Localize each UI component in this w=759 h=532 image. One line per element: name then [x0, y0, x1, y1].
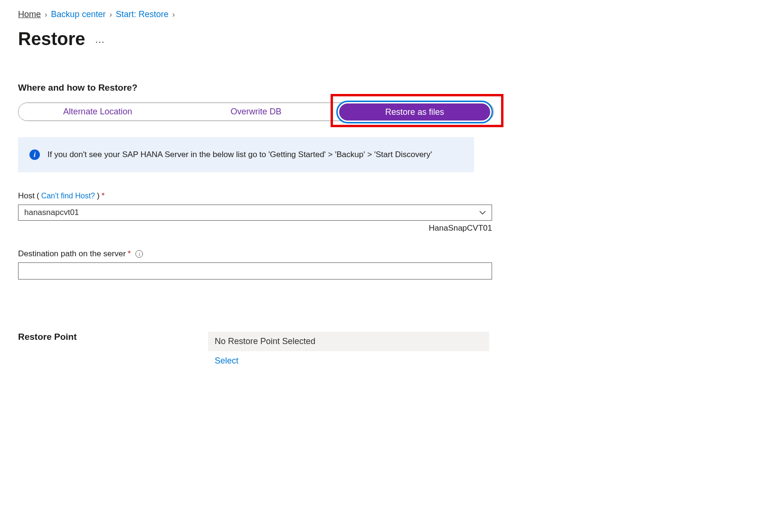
restore-point-value-wrap: No Restore Point Selected Select: [208, 332, 489, 366]
host-select-value: hanasnapcvt01: [24, 208, 79, 217]
breadcrumb-backup-center[interactable]: Backup center: [51, 9, 105, 19]
restore-point-section: Restore Point No Restore Point Selected …: [18, 332, 741, 366]
restore-point-select-link[interactable]: Select: [208, 356, 238, 366]
page-title-row: Restore ⋯: [18, 29, 741, 49]
required-asterisk: *: [102, 191, 105, 201]
info-circle-icon[interactable]: i: [135, 250, 143, 258]
host-paren-close: ): [97, 191, 100, 201]
breadcrumb: Home › Backup center › Start: Restore ›: [18, 9, 741, 19]
page-title: Restore: [18, 29, 85, 49]
host-select[interactable]: hanasnapcvt01: [18, 205, 492, 221]
destination-path-field-group: Destination path on the server * i: [18, 249, 492, 280]
section-heading: Where and how to Restore?: [18, 83, 741, 93]
chevron-down-icon: [479, 209, 486, 216]
segment-overwrite-db[interactable]: Overwrite DB: [177, 103, 335, 121]
chevron-right-icon: ›: [109, 10, 112, 19]
host-field-group: Host (Can't find Host?) * hanasnapcvt01 …: [18, 191, 492, 233]
more-icon[interactable]: ⋯: [95, 31, 105, 47]
destination-path-label: Destination path on the server * i: [18, 249, 492, 259]
restore-point-label: Restore Point: [18, 332, 208, 342]
info-text: If you don't see your SAP HANA Server in…: [47, 149, 432, 161]
host-helper: HanaSnapCVT01: [18, 224, 492, 233]
restore-type-segmented: Alternate Location Overwrite DB Restore …: [18, 103, 494, 121]
destination-path-label-text: Destination path on the server: [18, 249, 126, 259]
info-icon: i: [29, 149, 40, 160]
breadcrumb-start-restore[interactable]: Start: Restore: [116, 9, 169, 19]
restore-point-value: No Restore Point Selected: [208, 332, 489, 351]
host-label: Host (Can't find Host?) *: [18, 191, 492, 201]
chevron-right-icon: ›: [45, 10, 47, 19]
destination-path-input[interactable]: [18, 262, 492, 280]
segment-alternate-location[interactable]: Alternate Location: [19, 103, 177, 121]
chevron-right-icon: ›: [172, 10, 175, 19]
segment-restore-as-files[interactable]: Restore as files: [339, 103, 490, 121]
info-box: i If you don't see your SAP HANA Server …: [18, 137, 474, 172]
required-asterisk: *: [128, 249, 131, 259]
breadcrumb-home[interactable]: Home: [18, 9, 41, 19]
host-label-text: Host: [18, 191, 35, 201]
host-paren-open: (: [37, 191, 39, 201]
cant-find-host-link[interactable]: Can't find Host?: [41, 192, 95, 200]
